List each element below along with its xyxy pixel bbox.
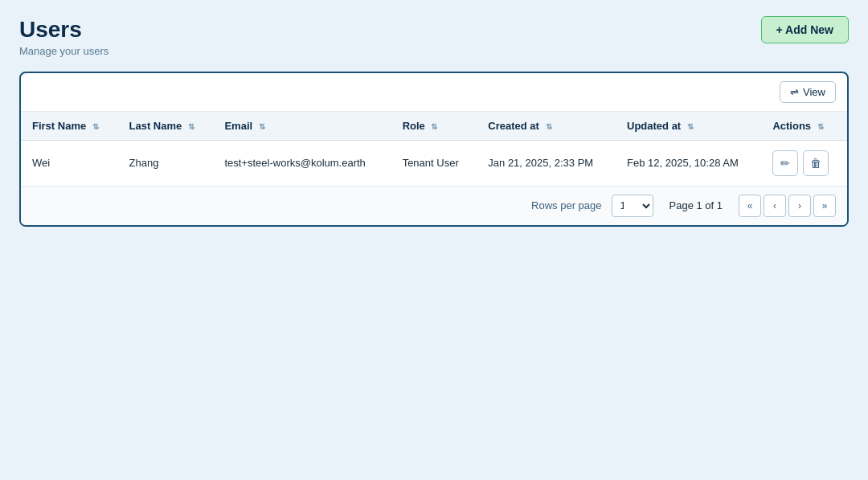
sort-icon-email: ⇅: [259, 122, 265, 131]
table-header: First Name ⇅ Last Name ⇅ Email ⇅ Role ⇅ …: [21, 112, 847, 141]
header-row: First Name ⇅ Last Name ⇅ Email ⇅ Role ⇅ …: [21, 112, 847, 141]
sort-icon-created-at: ⇅: [546, 122, 552, 131]
page-header: Users Manage your users + Add New: [19, 16, 849, 57]
users-table: First Name ⇅ Last Name ⇅ Email ⇅ Role ⇅ …: [21, 112, 847, 186]
col-email-label: Email: [224, 120, 252, 132]
col-first-name-label: First Name: [32, 120, 86, 132]
table-body: WeiZhangtest+steel-works@kolum.earthTena…: [21, 140, 847, 186]
page-title-group: Users Manage your users: [19, 16, 108, 57]
cell-updated-at: Feb 12, 2025, 10:28 AM: [616, 140, 761, 186]
sort-icon-updated-at: ⇅: [687, 122, 694, 131]
col-email[interactable]: Email ⇅: [213, 112, 391, 141]
pagination-buttons: « ‹ › »: [739, 195, 836, 217]
col-created-at-label: Created at: [488, 120, 539, 132]
actions-cell: ✏🗑: [772, 150, 836, 176]
edit-button[interactable]: ✏: [772, 150, 798, 176]
col-last-name-label: Last Name: [129, 120, 182, 132]
sort-icon-role: ⇅: [431, 122, 437, 131]
cell-actions: ✏🗑: [761, 140, 847, 186]
add-new-button[interactable]: + Add New: [761, 16, 849, 43]
prev-page-button[interactable]: ‹: [764, 195, 786, 217]
next-page-button[interactable]: ›: [788, 195, 811, 217]
rows-per-page-label: Rows per page: [531, 199, 601, 211]
col-created-at[interactable]: Created at ⇅: [477, 112, 616, 141]
col-last-name[interactable]: Last Name ⇅: [118, 112, 214, 141]
table-toolbar: ⇌ View: [21, 73, 847, 112]
page-subtitle: Manage your users: [19, 45, 108, 57]
cell-first-name: Wei: [21, 140, 118, 186]
col-updated-at[interactable]: Updated at ⇅: [616, 112, 761, 141]
first-page-button[interactable]: «: [739, 195, 761, 217]
table-row: WeiZhangtest+steel-works@kolum.earthTena…: [21, 140, 847, 186]
cell-email: test+steel-works@kolum.earth: [213, 140, 391, 186]
col-role[interactable]: Role ⇅: [391, 112, 477, 141]
delete-button[interactable]: 🗑: [803, 150, 829, 176]
cell-last-name: Zhang: [118, 140, 214, 186]
view-icon: ⇌: [790, 86, 799, 98]
sort-icon-first-name: ⇅: [92, 122, 99, 131]
sort-icon-last-name: ⇅: [188, 122, 194, 131]
cell-role: Tenant User: [391, 140, 477, 186]
col-role-label: Role: [403, 120, 425, 132]
page-info: Page 1 of 1: [669, 199, 723, 211]
sort-icon-actions: ⇅: [817, 122, 824, 131]
view-button-label: View: [803, 86, 825, 98]
col-first-name[interactable]: First Name ⇅: [21, 112, 118, 141]
col-actions-label: Actions: [772, 120, 811, 132]
col-actions: Actions ⇅: [761, 112, 847, 141]
last-page-button[interactable]: »: [813, 195, 836, 217]
page-title: Users: [19, 16, 108, 43]
view-button[interactable]: ⇌ View: [780, 81, 836, 103]
table-container: ⇌ View First Name ⇅ Last Name ⇅ Email ⇅: [19, 72, 849, 227]
col-updated-at-label: Updated at: [627, 120, 681, 132]
rows-per-page-select[interactable]: 10 25 50: [612, 195, 653, 217]
cell-created-at: Jan 21, 2025, 2:33 PM: [477, 140, 616, 186]
table-footer: Rows per page 10 25 50 Page 1 of 1 « ‹ ›…: [21, 186, 847, 225]
